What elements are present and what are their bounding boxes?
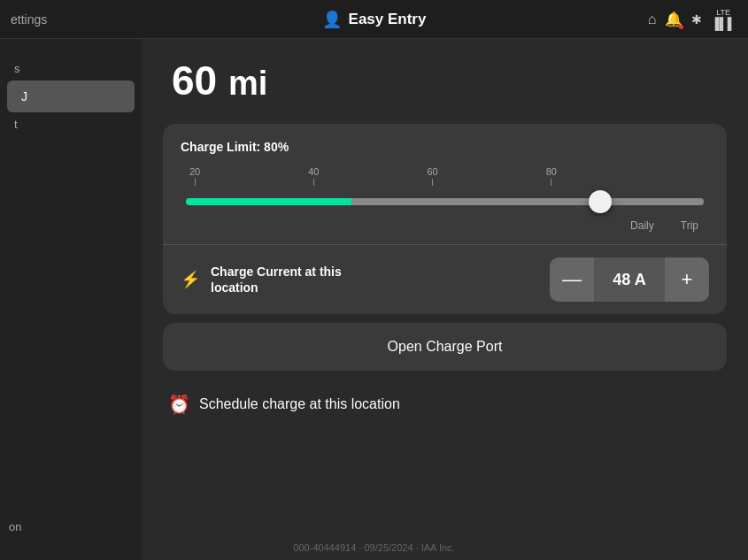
tick-label-40: 40 bbox=[308, 166, 319, 177]
tick-20: 20 bbox=[189, 166, 200, 186]
slider-track bbox=[186, 198, 704, 205]
home-icon[interactable]: ⌂ bbox=[648, 12, 657, 27]
decrease-amperage-button[interactable]: — bbox=[550, 257, 594, 302]
charge-card: Charge Limit: 80% 20 40 60 80 bbox=[163, 124, 727, 314]
footer-watermark: 000-40444914 · 09/25/2024 · IAA Inc. bbox=[293, 542, 454, 553]
header-back-label: ettings bbox=[11, 12, 47, 27]
range-display: 60 mi bbox=[172, 57, 727, 104]
increase-amperage-button[interactable]: + bbox=[665, 257, 709, 302]
tick-mark-60 bbox=[432, 179, 433, 186]
sidebar-label-s: s bbox=[0, 57, 142, 81]
header-icons: ⌂ 🔔 ✱ LTE ▐▌▌ bbox=[648, 9, 736, 30]
range-value: 60 bbox=[172, 58, 217, 104]
sidebar-item-j[interactable]: J bbox=[7, 81, 135, 112]
sidebar: s J t bbox=[0, 39, 142, 560]
schedule-label: Schedule charge at this location bbox=[199, 396, 400, 412]
slider-fill-green bbox=[186, 198, 351, 205]
header: ettings 👤 Easy Entry ⌂ 🔔 ✱ LTE ▐▌▌ bbox=[0, 0, 748, 39]
charge-current-label: Charge Current at this location bbox=[211, 264, 352, 295]
minus-icon: — bbox=[562, 268, 582, 291]
schedule-section: ⏰ Schedule charge at this location bbox=[163, 380, 727, 415]
tick-label-20: 20 bbox=[189, 166, 200, 177]
bell-icon[interactable]: 🔔 bbox=[665, 11, 682, 27]
person-icon: 👤 bbox=[322, 10, 342, 29]
bluetooth-icon[interactable]: ✱ bbox=[691, 12, 702, 27]
sidebar-item-on: on bbox=[9, 520, 21, 533]
tick-mark-20 bbox=[195, 179, 196, 186]
header-title: Easy Entry bbox=[349, 11, 427, 28]
open-charge-port-section: Open Charge Port bbox=[163, 323, 727, 371]
lte-label: LTE bbox=[716, 9, 730, 17]
slider-thumb[interactable] bbox=[589, 190, 612, 213]
range-unit: mi bbox=[228, 65, 267, 102]
plus-icon: + bbox=[682, 268, 693, 291]
slider-container: 20 40 60 80 bbox=[181, 166, 709, 232]
tick-60: 60 bbox=[428, 166, 438, 186]
tick-mark-40 bbox=[313, 179, 314, 186]
slider-track-wrapper[interactable] bbox=[186, 189, 704, 214]
main-content: 60 mi Charge Limit: 80% 20 40 60 bbox=[142, 39, 748, 560]
tick-row: 20 40 60 80 bbox=[186, 166, 704, 186]
daily-trip-row: Daily Trip bbox=[186, 219, 704, 232]
open-charge-port-button[interactable]: Open Charge Port bbox=[163, 323, 727, 371]
sidebar-label-t: t bbox=[0, 112, 142, 136]
plug-icon: ⚡ bbox=[181, 270, 200, 289]
charge-limit-label: Charge Limit: 80% bbox=[181, 140, 709, 154]
clock-icon: ⏰ bbox=[168, 394, 190, 415]
lte-signal: LTE ▐▌▌ bbox=[711, 9, 736, 30]
charge-current-left: ⚡ Charge Current at this location bbox=[181, 264, 352, 295]
charge-current-row: ⚡ Charge Current at this location — 48 A… bbox=[181, 245, 709, 314]
amperage-control: — 48 A + bbox=[550, 257, 709, 302]
amperage-value: 48 A bbox=[594, 271, 665, 289]
header-center: 👤 Easy Entry bbox=[322, 10, 427, 29]
tick-80: 80 bbox=[546, 166, 557, 186]
daily-label: Daily bbox=[630, 219, 654, 232]
trip-label: Trip bbox=[681, 219, 698, 232]
tick-label-60: 60 bbox=[428, 166, 438, 177]
tick-mark-80 bbox=[551, 179, 551, 186]
signal-bars-icon: ▐▌▌ bbox=[711, 17, 736, 30]
tick-40: 40 bbox=[308, 166, 319, 186]
tick-label-80: 80 bbox=[546, 166, 557, 177]
slider-fill-dark bbox=[351, 198, 704, 205]
